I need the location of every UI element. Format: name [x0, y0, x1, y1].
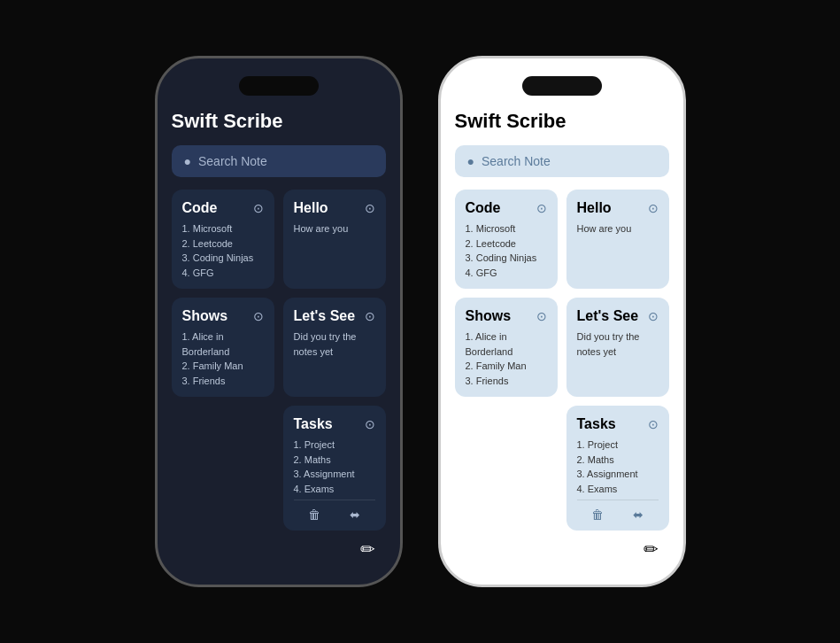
note-content-code-dark: 1. Microsoft2. Leetcode3. Coding Ninjas4… — [182, 221, 264, 280]
phone-light: Swift Scribe ● Search Note Code ⊙ 1. Mic… — [438, 56, 686, 587]
app-title-dark: Swift Scribe — [172, 110, 386, 133]
note-card-shows-dark[interactable]: Shows ⊙ 1. Alice in Borderland2. Family … — [172, 298, 274, 397]
note-title-hello-light: Hello — [577, 200, 612, 216]
note-chevron-hello-dark[interactable]: ⊙ — [365, 201, 375, 215]
note-card-tasks-light[interactable]: Tasks ⊙ 1. Project2. Maths3. Assignment4… — [566, 406, 669, 531]
share-icon-dark[interactable]: ⬌ — [350, 507, 360, 522]
notes-grid-dark: Code ⊙ 1. Microsoft2. Leetcode3. Coding … — [172, 190, 386, 531]
note-content-hello-light: How are you — [577, 221, 659, 236]
share-icon-light[interactable]: ⬌ — [633, 507, 643, 522]
note-title-hello-dark: Hello — [294, 200, 328, 216]
note-title-shows-light: Shows — [466, 308, 512, 324]
note-chevron-tasks-dark[interactable]: ⊙ — [365, 417, 375, 431]
note-header-hello-dark: Hello ⊙ — [294, 200, 375, 216]
note-chevron-code-light[interactable]: ⊙ — [536, 201, 547, 215]
note-content-hello-dark: How are you — [294, 221, 375, 236]
search-icon-dark: ● — [184, 154, 191, 168]
note-chevron-shows-dark[interactable]: ⊙ — [253, 309, 264, 323]
note-content-tasks-light: 1. Project2. Maths3. Assignment4. Exams — [577, 438, 659, 496]
note-actions-tasks-dark: 🗑 ⬌ — [294, 500, 375, 522]
search-bar-light[interactable]: ● Search Note — [455, 145, 669, 177]
note-card-hello-light[interactable]: Hello ⊙ How are you — [566, 190, 669, 289]
note-header-hello-light: Hello ⊙ — [577, 200, 659, 216]
note-card-code-dark[interactable]: Code ⊙ 1. Microsoft2. Leetcode3. Coding … — [172, 190, 274, 289]
note-content-lets-see-light: Did you try the notes yet — [577, 329, 659, 359]
notes-grid-light: Code ⊙ 1. Microsoft2. Leetcode3. Coding … — [455, 190, 669, 531]
note-chevron-hello-light[interactable]: ⊙ — [648, 201, 659, 215]
note-title-code-light: Code — [466, 200, 501, 216]
delete-icon-dark[interactable]: 🗑 — [308, 507, 320, 522]
note-header-lets-see-light: Let's See ⊙ — [577, 308, 659, 324]
note-card-lets-see-dark[interactable]: Let's See ⊙ Did you try the notes yet — [283, 298, 386, 397]
phone-dark: Swift Scribe ● Search Note Code ⊙ 1. Mic… — [155, 56, 403, 587]
search-icon-light: ● — [467, 154, 474, 168]
note-title-tasks-dark: Tasks — [294, 416, 333, 432]
note-title-shows-dark: Shows — [182, 308, 228, 324]
note-card-tasks-dark[interactable]: Tasks ⊙ 1. Project2. Maths3. Assignment4… — [283, 406, 386, 531]
note-content-shows-dark: 1. Alice in Borderland2. Family Man3. Fr… — [182, 329, 264, 388]
fab-dark[interactable]: ✏ — [360, 538, 375, 560]
note-card-code-light[interactable]: Code ⊙ 1. Microsoft2. Leetcode3. Coding … — [455, 190, 558, 289]
note-content-code-light: 1. Microsoft2. Leetcode3. Coding Ninjas4… — [466, 221, 547, 280]
notch-dark — [239, 76, 319, 96]
delete-icon-light[interactable]: 🗑 — [591, 507, 604, 522]
note-chevron-code-dark[interactable]: ⊙ — [253, 201, 264, 215]
note-header-code-light: Code ⊙ — [466, 200, 547, 216]
note-card-hello-dark[interactable]: Hello ⊙ How are you — [283, 190, 386, 289]
note-header-shows-light: Shows ⊙ — [466, 308, 547, 324]
fab-light[interactable]: ✏ — [643, 538, 659, 560]
note-title-lets-see-dark: Let's See — [294, 308, 356, 324]
note-content-shows-light: 1. Alice in Borderland2. Family Man3. Fr… — [466, 329, 547, 388]
note-content-lets-see-dark: Did you try the notes yet — [294, 329, 375, 359]
app-title-light: Swift Scribe — [455, 110, 669, 133]
note-header-shows-dark: Shows ⊙ — [182, 308, 264, 324]
note-card-shows-light[interactable]: Shows ⊙ 1. Alice in Borderland2. Family … — [455, 298, 558, 397]
notch-light — [522, 76, 602, 96]
note-header-tasks-dark: Tasks ⊙ — [294, 416, 375, 432]
note-title-tasks-light: Tasks — [577, 416, 616, 432]
note-chevron-lets-see-dark[interactable]: ⊙ — [365, 309, 375, 323]
note-content-tasks-dark: 1. Project2. Maths3. Assignment4. Exams — [294, 438, 375, 496]
note-chevron-lets-see-light[interactable]: ⊙ — [648, 309, 659, 323]
search-placeholder-light: Search Note — [482, 154, 551, 168]
note-title-lets-see-light: Let's See — [577, 308, 639, 324]
search-bar-dark[interactable]: ● Search Note — [172, 145, 386, 177]
note-title-code-dark: Code — [182, 200, 218, 216]
note-header-tasks-light: Tasks ⊙ — [577, 416, 659, 432]
note-chevron-shows-light[interactable]: ⊙ — [536, 309, 547, 323]
note-actions-tasks-light: 🗑 ⬌ — [577, 500, 659, 522]
note-card-lets-see-light[interactable]: Let's See ⊙ Did you try the notes yet — [566, 298, 669, 397]
note-chevron-tasks-light[interactable]: ⊙ — [648, 417, 659, 431]
note-header-lets-see-dark: Let's See ⊙ — [294, 308, 375, 324]
note-header-code-dark: Code ⊙ — [182, 200, 264, 216]
search-placeholder-dark: Search Note — [198, 154, 267, 168]
